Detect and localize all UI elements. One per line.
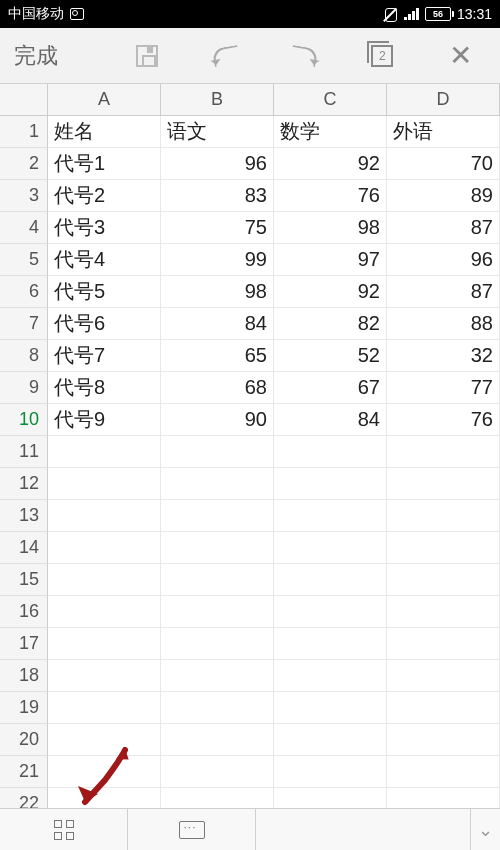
row-header[interactable]: 3	[0, 180, 48, 212]
cell[interactable]	[48, 532, 161, 564]
row-header[interactable]: 21	[0, 756, 48, 788]
cell[interactable]	[161, 500, 274, 532]
cell[interactable]	[274, 500, 387, 532]
cell[interactable]	[274, 564, 387, 596]
cell[interactable]	[48, 468, 161, 500]
cell[interactable]: 65	[161, 340, 274, 372]
row-header[interactable]: 2	[0, 148, 48, 180]
cell[interactable]	[387, 756, 500, 788]
cell[interactable]	[161, 564, 274, 596]
cell[interactable]	[48, 660, 161, 692]
row-header[interactable]: 10	[0, 404, 48, 436]
cell[interactable]: 姓名	[48, 116, 161, 148]
cell[interactable]: 89	[387, 180, 500, 212]
cell[interactable]	[48, 756, 161, 788]
cell[interactable]: 代号1	[48, 148, 161, 180]
row-header[interactable]: 13	[0, 500, 48, 532]
column-header-D[interactable]: D	[387, 84, 500, 116]
cell[interactable]: 代号2	[48, 180, 161, 212]
row-header[interactable]: 6	[0, 276, 48, 308]
cell[interactable]	[387, 628, 500, 660]
cell[interactable]: 90	[161, 404, 274, 436]
undo-button[interactable]	[186, 28, 264, 83]
cell[interactable]: 82	[274, 308, 387, 340]
cell[interactable]	[274, 468, 387, 500]
cell[interactable]	[387, 692, 500, 724]
cell[interactable]: 76	[387, 404, 500, 436]
cell[interactable]	[161, 724, 274, 756]
cell[interactable]: 代号6	[48, 308, 161, 340]
cell[interactable]: 83	[161, 180, 274, 212]
redo-button[interactable]	[265, 28, 343, 83]
row-header[interactable]: 8	[0, 340, 48, 372]
cell[interactable]	[161, 468, 274, 500]
cell[interactable]: 98	[274, 212, 387, 244]
row-header[interactable]: 20	[0, 724, 48, 756]
sheets-button[interactable]: 2	[343, 28, 421, 83]
cell[interactable]: 代号9	[48, 404, 161, 436]
cell[interactable]	[274, 756, 387, 788]
cell[interactable]: 99	[161, 244, 274, 276]
row-header[interactable]: 7	[0, 308, 48, 340]
cell[interactable]: 52	[274, 340, 387, 372]
row-header[interactable]: 14	[0, 532, 48, 564]
done-button[interactable]: 完成	[0, 28, 108, 83]
close-button[interactable]: ✕	[422, 28, 500, 83]
cell[interactable]: 84	[274, 404, 387, 436]
cell[interactable]	[48, 628, 161, 660]
row-header[interactable]: 16	[0, 596, 48, 628]
cell[interactable]: 96	[387, 244, 500, 276]
cell[interactable]: 98	[161, 276, 274, 308]
cell[interactable]	[274, 532, 387, 564]
cell[interactable]: 数学	[274, 116, 387, 148]
cell[interactable]: 代号5	[48, 276, 161, 308]
cell[interactable]: 外语	[387, 116, 500, 148]
cell[interactable]	[48, 724, 161, 756]
row-header[interactable]: 4	[0, 212, 48, 244]
cell[interactable]	[387, 468, 500, 500]
column-header-C[interactable]: C	[274, 84, 387, 116]
cell[interactable]	[161, 628, 274, 660]
row-header[interactable]: 1	[0, 116, 48, 148]
cell[interactable]: 32	[387, 340, 500, 372]
cell[interactable]	[48, 436, 161, 468]
cell[interactable]: 76	[274, 180, 387, 212]
row-header[interactable]: 5	[0, 244, 48, 276]
cell[interactable]: 92	[274, 276, 387, 308]
cell[interactable]: 代号3	[48, 212, 161, 244]
grid-tools-button[interactable]	[0, 809, 128, 850]
row-header[interactable]: 18	[0, 660, 48, 692]
cell[interactable]: 88	[387, 308, 500, 340]
cell[interactable]	[48, 692, 161, 724]
cell[interactable]	[161, 660, 274, 692]
cell[interactable]	[161, 436, 274, 468]
cell[interactable]: 语文	[161, 116, 274, 148]
cell[interactable]	[387, 724, 500, 756]
cell[interactable]	[161, 756, 274, 788]
spreadsheet[interactable]: ABCD 1姓名语文数学外语2代号19692703代号28376894代号375…	[0, 84, 500, 820]
row-header[interactable]: 17	[0, 628, 48, 660]
cell[interactable]	[387, 596, 500, 628]
cell[interactable]	[274, 724, 387, 756]
cell[interactable]	[274, 692, 387, 724]
keyboard-button[interactable]	[128, 809, 256, 850]
save-button[interactable]	[108, 28, 186, 83]
expand-handle[interactable]: ⌄	[470, 809, 500, 850]
cell[interactable]	[161, 692, 274, 724]
row-header[interactable]: 19	[0, 692, 48, 724]
cell[interactable]	[274, 660, 387, 692]
row-header[interactable]: 11	[0, 436, 48, 468]
cell[interactable]: 84	[161, 308, 274, 340]
cell[interactable]: 70	[387, 148, 500, 180]
cell[interactable]	[274, 436, 387, 468]
cell[interactable]	[274, 596, 387, 628]
cell[interactable]: 代号7	[48, 340, 161, 372]
cell[interactable]	[387, 564, 500, 596]
column-header-A[interactable]: A	[48, 84, 161, 116]
cell[interactable]: 87	[387, 276, 500, 308]
cell[interactable]	[387, 436, 500, 468]
cell[interactable]	[161, 596, 274, 628]
cell[interactable]	[387, 500, 500, 532]
row-header[interactable]: 15	[0, 564, 48, 596]
cell[interactable]	[48, 596, 161, 628]
